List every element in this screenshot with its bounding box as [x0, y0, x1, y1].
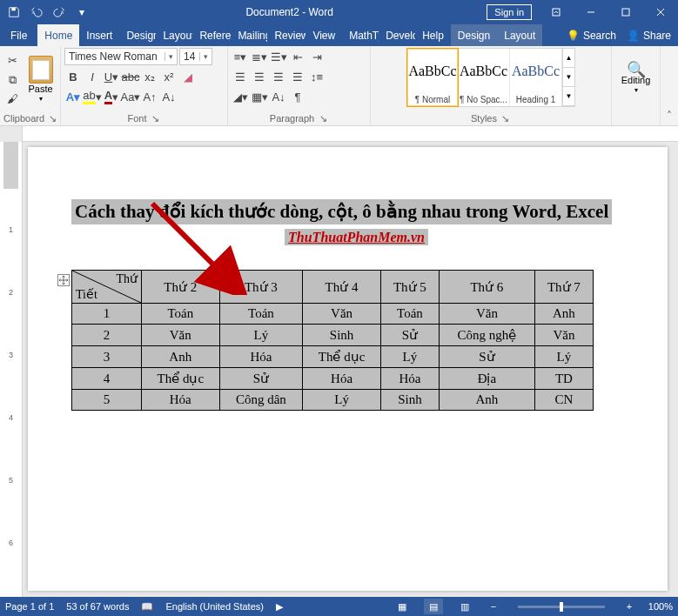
status-language[interactable]: English (United States) [165, 601, 264, 612]
tab-review[interactable]: Review [267, 24, 305, 46]
multilevel-list-icon[interactable]: ☰▾ [270, 48, 287, 65]
document-scroll[interactable]: Cách thay đổi kích thước dòng, cột, ô bằ… [23, 142, 678, 599]
table-cell[interactable]: 2 [72, 325, 142, 346]
table-cell[interactable]: Địa [439, 368, 534, 390]
save-icon[interactable] [3, 2, 24, 23]
bold-icon[interactable]: B [64, 68, 82, 85]
styles-scroll-down-icon[interactable]: ▼ [563, 68, 574, 87]
zoom-out-button[interactable]: − [487, 601, 500, 612]
subscript-icon[interactable]: x₂ [141, 68, 158, 85]
styles-expand-icon[interactable]: ▼ [563, 87, 574, 106]
bullets-icon[interactable]: ≡▾ [232, 48, 249, 65]
table-header-cell[interactable]: Thứ 2 [142, 271, 220, 304]
justify-icon[interactable]: ☰ [289, 68, 306, 85]
font-color-icon[interactable]: A▾ [103, 88, 120, 105]
page-subtitle[interactable]: ThuThuatPhanMem.vn [71, 230, 641, 245]
table-cell[interactable]: 3 [72, 346, 142, 368]
show-marks-icon[interactable]: ¶ [289, 88, 306, 105]
maximize-icon[interactable] [608, 0, 643, 24]
ruler-vertical[interactable]: 1234567891011 [0, 142, 23, 599]
schedule-table[interactable]: Thứ Tiết Thứ 2Thứ 3Thứ 4Thứ 5Thứ 6Thứ 7 … [71, 270, 594, 411]
table-cell[interactable]: Sử [380, 325, 439, 346]
status-macro-icon[interactable]: ▶ [276, 601, 283, 613]
redo-icon[interactable] [49, 2, 70, 23]
table-row[interactable]: 3AnhHóaThể dụcLýSửLý [72, 346, 594, 368]
shading-icon[interactable]: ◢▾ [232, 88, 249, 105]
status-proofing-icon[interactable]: 📖 [141, 601, 153, 613]
paragraph-dialog-launcher[interactable]: ↘ [318, 113, 328, 124]
table-cell[interactable]: TD [534, 368, 593, 390]
align-right-icon[interactable]: ☰ [270, 68, 287, 85]
page[interactable]: Cách thay đổi kích thước dòng, cột, ô bằ… [28, 147, 668, 591]
grow-font-icon[interactable]: A↑ [141, 88, 158, 105]
table-cell[interactable]: Anh [142, 346, 220, 368]
style-normal[interactable]: AaBbCc ¶ Normal [406, 48, 459, 107]
ribbon-display-icon[interactable] [539, 0, 574, 24]
paste-button[interactable]: Paste ▾ [24, 48, 57, 111]
format-painter-icon[interactable]: 🖌 [3, 90, 21, 108]
qat-customize-icon[interactable]: ▾ [71, 2, 92, 23]
table-cell[interactable]: Văn [439, 304, 534, 325]
table-cell[interactable]: Thể dục [142, 368, 220, 390]
print-layout-icon[interactable]: ▤ [424, 599, 443, 614]
table-cell[interactable]: Sử [439, 346, 534, 368]
font-size-combo[interactable]: 14▾ [179, 48, 212, 65]
table-cell[interactable]: Lý [303, 390, 381, 411]
sign-in-button[interactable]: Sign in [487, 4, 532, 20]
superscript-icon[interactable]: x² [160, 68, 178, 85]
line-spacing-icon[interactable]: ↕≡ [308, 68, 326, 85]
tab-home[interactable]: Home [37, 24, 79, 46]
borders-icon[interactable]: ▦▾ [251, 88, 268, 105]
zoom-slider[interactable] [518, 606, 605, 608]
tab-file[interactable]: File [0, 24, 37, 46]
table-row[interactable]: 5HóaCông dânLýSinhAnhCN [72, 390, 594, 411]
table-cell[interactable]: Toán [380, 304, 439, 325]
table-header-cell[interactable]: Thứ 5 [380, 271, 439, 304]
sort-icon[interactable]: A↓ [270, 88, 287, 105]
editing-button[interactable]: 🔍 Editing ▾ [619, 48, 654, 111]
zoom-in-button[interactable]: + [622, 601, 636, 612]
status-page[interactable]: Page 1 of 1 [5, 601, 54, 612]
tab-mathtype[interactable]: MathType [342, 24, 379, 46]
table-cell[interactable]: Công nghệ [439, 325, 534, 346]
table-cell[interactable]: Sử [219, 368, 303, 390]
underline-icon[interactable]: U▾ [103, 68, 120, 85]
tab-help[interactable]: Help [415, 24, 451, 46]
table-cell[interactable]: Sinh [303, 325, 381, 346]
table-cell[interactable]: Lý [534, 346, 593, 368]
tab-developer[interactable]: Developer [379, 24, 415, 46]
tab-layout[interactable]: Layout [156, 24, 192, 46]
decrease-indent-icon[interactable]: ⇤ [289, 48, 306, 65]
table-row[interactable]: 1ToánToánVănToánVănAnh [72, 304, 594, 325]
minimize-icon[interactable] [574, 0, 608, 24]
table-cell[interactable]: Hóa [303, 368, 381, 390]
table-cell[interactable]: Hóa [380, 368, 439, 390]
font-name-combo[interactable]: Times New Roman▾ [64, 48, 178, 65]
web-layout-icon[interactable]: ▥ [455, 599, 474, 614]
table-cell[interactable]: Toán [219, 304, 303, 325]
read-mode-icon[interactable]: ▦ [393, 599, 412, 614]
strikethrough-icon[interactable]: abc [122, 68, 139, 85]
italic-icon[interactable]: I [84, 68, 101, 85]
table-cell[interactable]: Văn [534, 325, 593, 346]
collapse-ribbon-icon[interactable]: ˄ [667, 110, 672, 122]
text-effects-icon[interactable]: A▾ [64, 88, 82, 105]
table-header-cell[interactable]: Thứ 7 [534, 271, 593, 304]
tab-mailings[interactable]: Mailings [231, 24, 267, 46]
clipboard-dialog-launcher[interactable]: ↘ [48, 113, 57, 124]
table-cell[interactable]: Lý [380, 346, 439, 368]
tab-table-layout[interactable]: Layout [497, 24, 542, 46]
table-cell[interactable]: Sinh [380, 390, 439, 411]
table-cell[interactable]: Anh [534, 304, 593, 325]
table-header-cell[interactable]: Thứ 6 [439, 271, 534, 304]
tell-me-search[interactable]: 💡 Search [567, 30, 616, 42]
close-icon[interactable] [643, 0, 678, 24]
diagonal-header-cell[interactable]: Thứ Tiết [72, 271, 142, 304]
table-row[interactable]: 2VănLýSinhSửCông nghệVăn [72, 325, 594, 346]
table-cell[interactable]: CN [534, 390, 593, 411]
ruler-horizontal[interactable]: 11234567891011121314151617 [0, 126, 678, 142]
style-no-spacing[interactable]: AaBbCc ¶ No Spac... [458, 49, 510, 106]
table-cell[interactable]: Lý [219, 325, 303, 346]
page-title[interactable]: Cách thay đổi kích thước dòng, cột, ô bằ… [71, 199, 641, 224]
table-cell[interactable]: 5 [72, 390, 142, 411]
